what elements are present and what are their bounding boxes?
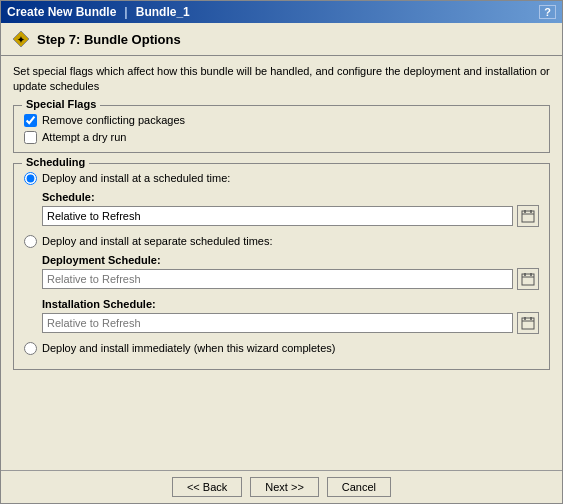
checkbox-row-2: Attempt a dry run — [24, 131, 539, 144]
schedule-label: Schedule: — [42, 191, 539, 203]
deployment-schedule-input-row — [42, 268, 539, 290]
installation-schedule-label: Installation Schedule: — [42, 298, 539, 310]
cancel-button[interactable]: Cancel — [327, 477, 391, 497]
radio-2-label: Deploy and install at separate scheduled… — [42, 235, 273, 247]
svg-text:✦: ✦ — [17, 35, 25, 45]
schedule-input-row — [42, 205, 539, 227]
deployment-schedule-input[interactable] — [42, 269, 513, 289]
deployment-calendar-button[interactable] — [517, 268, 539, 290]
deployment-calendar-icon — [521, 272, 535, 286]
description-text: Set special flags which affect how this … — [13, 64, 550, 95]
footer: << Back Next >> Cancel — [1, 470, 562, 503]
schedule-field-1: Schedule: — [42, 191, 539, 227]
schedule-input[interactable] — [42, 206, 513, 226]
dry-run-checkbox[interactable] — [24, 131, 37, 144]
installation-calendar-button[interactable] — [517, 312, 539, 334]
window: Create New Bundle | Bundle_1 ? ✦ Step 7:… — [0, 0, 563, 504]
step-title: Step 7: Bundle Options — [37, 32, 181, 47]
title-bar: Create New Bundle | Bundle_1 ? — [1, 1, 562, 23]
scheduling-group: Scheduling Deploy and install at a sched… — [13, 163, 550, 370]
special-flags-group: Special Flags Remove conflicting package… — [13, 105, 550, 153]
deployment-schedule-label: Deployment Schedule: — [42, 254, 539, 266]
back-button[interactable]: << Back — [172, 477, 242, 497]
installation-calendar-icon — [521, 316, 535, 330]
schedule-field-2: Deployment Schedule: — [42, 254, 539, 290]
title-sep: | — [124, 5, 127, 19]
svg-rect-2 — [522, 211, 534, 222]
radio-deploy-install-separate[interactable] — [24, 235, 37, 248]
scheduling-label: Scheduling — [22, 156, 89, 168]
radio-row-2: Deploy and install at separate scheduled… — [24, 235, 539, 248]
title-text-1: Create New Bundle — [7, 5, 116, 19]
schedule-field-3: Installation Schedule: — [42, 298, 539, 334]
special-flags-label: Special Flags — [22, 98, 100, 110]
dry-run-label: Attempt a dry run — [42, 131, 126, 143]
next-button[interactable]: Next >> — [250, 477, 319, 497]
remove-conflicting-label: Remove conflicting packages — [42, 114, 185, 126]
step-icon: ✦ — [11, 29, 31, 49]
svg-rect-6 — [522, 274, 534, 285]
remove-conflicting-checkbox[interactable] — [24, 114, 37, 127]
step-header: ✦ Step 7: Bundle Options — [1, 23, 562, 56]
radio-1-label: Deploy and install at a scheduled time: — [42, 172, 230, 184]
radio-3-label: Deploy and install immediately (when thi… — [42, 342, 335, 354]
radio-row-1: Deploy and install at a scheduled time: — [24, 172, 539, 185]
installation-schedule-input-row — [42, 312, 539, 334]
radio-row-3: Deploy and install immediately (when thi… — [24, 342, 539, 355]
title-text-2: Bundle_1 — [136, 5, 190, 19]
content-area: Set special flags which affect how this … — [1, 56, 562, 470]
svg-rect-10 — [522, 318, 534, 329]
radio-deploy-install-immediately[interactable] — [24, 342, 37, 355]
help-button[interactable]: ? — [539, 5, 556, 19]
calendar-icon — [521, 209, 535, 223]
installation-schedule-input[interactable] — [42, 313, 513, 333]
checkbox-row-1: Remove conflicting packages — [24, 114, 539, 127]
schedule-calendar-button[interactable] — [517, 205, 539, 227]
radio-deploy-install-scheduled[interactable] — [24, 172, 37, 185]
title-bar-left: Create New Bundle | Bundle_1 — [7, 5, 190, 19]
